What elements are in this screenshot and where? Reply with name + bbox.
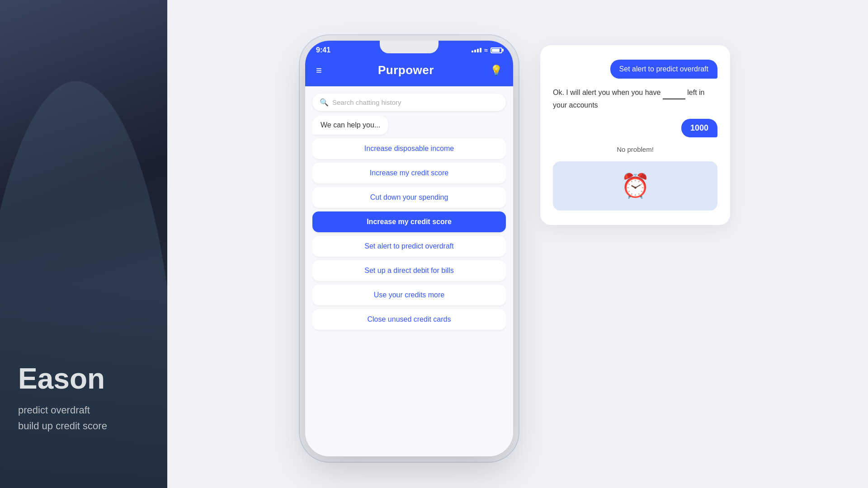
- chat-area: We can help you... Increase disposable i…: [312, 116, 506, 449]
- amount-bubble: 1000: [681, 119, 717, 137]
- status-icons: ≈: [472, 47, 502, 54]
- battery-fill: [492, 49, 500, 52]
- battery-icon: [491, 47, 502, 53]
- alarm-card: ⏰: [553, 161, 717, 211]
- wifi-icon: ≈: [484, 47, 488, 54]
- phone-notch: [380, 41, 439, 53]
- signal-bar-2: [474, 50, 476, 52]
- app-body: 🔍 Search chatting history We can help yo…: [305, 86, 513, 456]
- left-panel: Eason predict overdraft build up credit …: [0, 0, 167, 488]
- subtitle-line2: build up credit score: [18, 420, 107, 432]
- menu-item-2[interactable]: Cut down your spending: [312, 187, 506, 208]
- no-problem-text: No problem!: [553, 145, 717, 153]
- signal-bar-3: [477, 49, 479, 52]
- user-msg-wrap: Set alert to predict overdraft: [553, 60, 717, 79]
- menu-item-4[interactable]: Set alert to predict overdraft: [312, 236, 506, 257]
- chat-card: Set alert to predict overdraft Ok. I wil…: [540, 45, 730, 225]
- left-text-block: Eason predict overdraft build up credit …: [18, 363, 107, 434]
- menu-item-7[interactable]: Close unused credit cards: [312, 309, 506, 330]
- helper-bubble: We can help you...: [312, 116, 388, 135]
- search-icon: 🔍: [320, 98, 329, 107]
- menu-item-0[interactable]: Increase disposable income: [312, 138, 506, 159]
- search-bar[interactable]: 🔍 Search chatting history: [312, 94, 506, 111]
- lightbulb-icon[interactable]: 💡: [490, 65, 502, 76]
- phone-container: 9:41 ≈ ≡ Purpower: [305, 41, 513, 456]
- signal-bar-1: [472, 51, 473, 52]
- blank-span: [663, 87, 685, 99]
- menu-item-1[interactable]: Increase my credit score: [312, 163, 506, 183]
- signal-bar-4: [480, 48, 481, 52]
- user-message: Set alert to predict overdraft: [610, 60, 717, 79]
- menu-item-5[interactable]: Set up a direct debit for bills: [312, 260, 506, 281]
- signal-bars-icon: [472, 48, 481, 52]
- subtitle-line1: predict overdraft: [18, 404, 90, 416]
- alarm-emoji: ⏰: [621, 172, 650, 200]
- menu-item-6[interactable]: Use your credits more: [312, 285, 506, 305]
- status-time: 9:41: [316, 46, 330, 54]
- bot-response: Ok. I will alert you when you have left …: [553, 87, 717, 111]
- app-header: ≡ Purpower 💡: [305, 58, 513, 86]
- hamburger-icon[interactable]: ≡: [316, 65, 322, 76]
- menu-item-3-selected[interactable]: Increase my credit score: [312, 211, 506, 232]
- user-name: Eason: [18, 363, 107, 394]
- app-title: Purpower: [378, 63, 434, 77]
- search-placeholder: Search chatting history: [332, 99, 401, 106]
- right-panel: 9:41 ≈ ≡ Purpower: [167, 0, 868, 488]
- user-subtitle: predict overdraft build up credit score: [18, 402, 107, 434]
- amount-wrap: 1000: [553, 119, 717, 137]
- phone-frame: 9:41 ≈ ≡ Purpower: [305, 41, 513, 456]
